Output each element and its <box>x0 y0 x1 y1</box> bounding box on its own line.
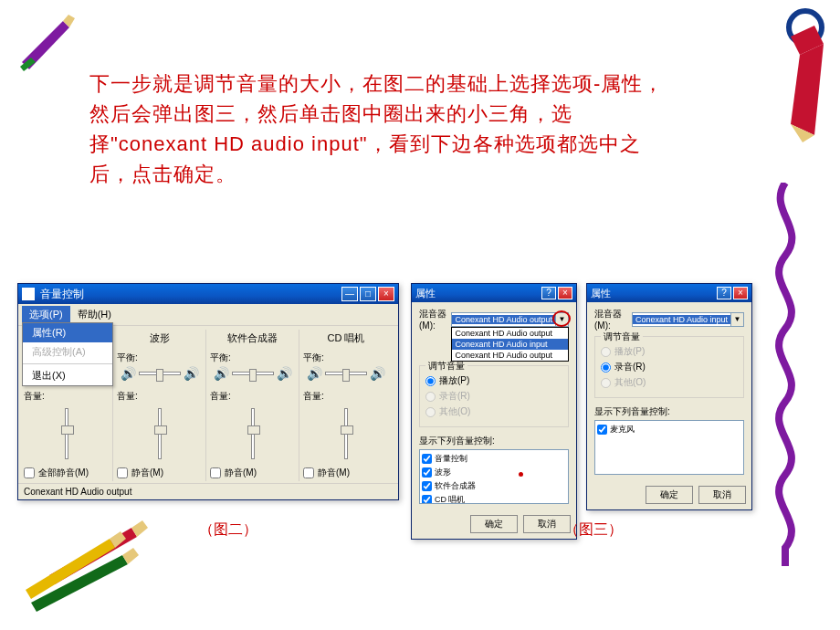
mixer-value: Conexant HD Audio output <box>452 315 555 324</box>
svg-marker-5 <box>791 44 824 135</box>
mixer-select[interactable]: Conexant HD Audio output ▼ Conexant HD A… <box>451 312 569 327</box>
status-bar: Conexant HD Audio output <box>18 483 398 499</box>
volume-slider[interactable] <box>65 408 68 459</box>
menu-options[interactable]: 选项(P) <box>22 306 70 323</box>
balance-label: 平衡: <box>303 352 324 364</box>
mute-all[interactable]: 全部静音(M) <box>24 467 89 479</box>
ok-button[interactable]: 确定 <box>470 515 518 533</box>
balance-label: 平衡: <box>117 352 138 364</box>
volume-label: 音量: <box>210 390 231 403</box>
caption-fig2: （图二） <box>199 520 257 540</box>
volume-slider[interactable] <box>251 408 255 459</box>
speaker-right-icon: 🔊 <box>184 366 199 381</box>
volume-slider[interactable] <box>344 408 348 459</box>
close-button[interactable]: × <box>733 287 748 299</box>
help-button[interactable]: ? <box>541 287 556 299</box>
col-name: 软件合成器 <box>227 331 278 344</box>
adjust-legend: 调节音量 <box>425 360 467 373</box>
col-name: 波形 <box>150 331 170 344</box>
decor-crayon-bl <box>22 511 159 612</box>
radio-other: 其他(O) <box>425 405 562 418</box>
radio-other: 其他(O) <box>601 376 738 389</box>
ok-button[interactable]: 确定 <box>646 486 693 504</box>
list-label: 显示下列音量控制: <box>594 405 744 418</box>
instruction-text: 下一步就是调节音量的大小，在图二的基础上选择选项-属性，然后会弹出图三，然后单击… <box>89 68 674 189</box>
adjust-fieldset: 调节音量 播放(P) 录音(R) 其他(O) <box>594 336 744 398</box>
speaker-left-icon: 🔊 <box>214 366 229 381</box>
titlebar[interactable]: 音量控制 — □ × <box>18 284 398 304</box>
caption-fig3: （图三） <box>564 520 623 540</box>
adjust-fieldset: 调节音量 播放(P) 录音(R) 其他(O) <box>419 365 569 427</box>
dialog-title: 属性 <box>415 287 436 300</box>
balance-slider[interactable]: 🔊🔊 <box>307 366 385 381</box>
dialog-titlebar[interactable]: 属性 ? × <box>412 284 576 302</box>
cancel-button[interactable]: 取消 <box>698 486 746 504</box>
mute-wave[interactable]: 静音(M) <box>117 467 163 479</box>
speaker-left-icon: 🔊 <box>121 366 136 381</box>
menu-help[interactable]: 帮助(H) <box>70 306 119 323</box>
menu-advanced: 高级控制(A) <box>23 342 112 362</box>
decor-squiggle <box>758 183 813 566</box>
app-icon <box>22 288 35 300</box>
maximize-button[interactable]: □ <box>360 287 376 301</box>
mixer-dropdown: Conexant HD Audio output Conexant HD Aud… <box>451 327 569 362</box>
mixer-value: Conexant HD Audio input <box>633 315 730 324</box>
vc-col-wave: 波形 平衡: 🔊🔊 音量: 静音(M) <box>113 330 206 481</box>
volume-list[interactable]: 麦克风 <box>594 420 744 475</box>
dialog-title: 属性 <box>591 287 611 300</box>
close-button[interactable]: × <box>558 287 572 299</box>
speaker-right-icon: 🔊 <box>277 366 292 381</box>
vc-col-synth: 软件合成器 平衡: 🔊🔊 音量: 静音(M) <box>206 330 299 481</box>
chevron-down-icon[interactable]: ▼ <box>730 313 743 326</box>
adjust-legend: 调节音量 <box>601 331 643 343</box>
radio-play: 播放(P) <box>601 345 738 358</box>
volume-label: 音量: <box>117 390 138 403</box>
mixer-label: 混音器(M): <box>594 308 628 331</box>
properties-dialog-2: 属性 ? × 混音器(M): Conexant HD Audio input ▼… <box>586 283 752 510</box>
list-item[interactable]: 软件合成器 <box>422 479 566 493</box>
radio-record[interactable]: 录音(R) <box>601 361 738 373</box>
volume-slider[interactable] <box>158 408 162 459</box>
mixer-opt-input[interactable]: Conexant HD Audio input <box>452 339 568 350</box>
volume-label: 音量: <box>24 390 45 403</box>
volume-label: 音量: <box>303 390 324 403</box>
close-button[interactable]: × <box>378 287 394 301</box>
speaker-right-icon: 🔊 <box>370 366 385 381</box>
col-name: CD 唱机 <box>328 331 365 344</box>
balance-slider[interactable]: 🔊🔊 <box>121 366 199 381</box>
mute-cd[interactable]: 静音(M) <box>303 467 350 479</box>
list-item[interactable]: 波形 <box>422 466 566 479</box>
balance-label: 平衡: <box>210 352 231 364</box>
list-item[interactable]: 音量控制 <box>422 452 566 466</box>
chevron-down-icon[interactable]: ▼ <box>555 313 568 326</box>
menu-exit[interactable]: 退出(X) <box>23 366 112 385</box>
dialog-titlebar[interactable]: 属性 ? × <box>587 284 751 302</box>
radio-record: 录音(R) <box>425 390 562 403</box>
red-dot-marker <box>519 472 523 477</box>
speaker-left-icon: 🔊 <box>307 366 322 381</box>
volume-list[interactable]: 音量控制 波形 软件合成器 CD 唱机 <box>419 449 569 504</box>
radio-play[interactable]: 播放(P) <box>425 374 562 387</box>
mixer-opt-output[interactable]: Conexant HD Audio output <box>452 328 568 339</box>
menu-properties[interactable]: 属性(R) <box>23 323 112 342</box>
mixer-opt-output2[interactable]: Conexant HD Audio output <box>452 350 568 361</box>
mixer-select[interactable]: Conexant HD Audio input ▼ <box>632 312 744 327</box>
list-label: 显示下列音量控制: <box>419 435 569 447</box>
properties-dialog-1: 属性 ? × 混音器(M): Conexant HD Audio output … <box>411 283 577 540</box>
minimize-button[interactable]: — <box>341 287 358 301</box>
options-dropdown: 属性(R) 高级控制(A) 退出(X) <box>22 322 113 386</box>
list-item[interactable]: CD 唱机 <box>422 493 566 504</box>
decor-crayon-tl <box>13 7 86 71</box>
list-item[interactable]: 麦克风 <box>597 423 741 436</box>
mixer-label: 混音器(M): <box>419 308 447 331</box>
vc-col-cd: CD 唱机 平衡: 🔊🔊 音量: 静音(M) <box>299 330 393 481</box>
help-button[interactable]: ? <box>717 287 731 299</box>
window-title: 音量控制 <box>40 287 84 302</box>
volume-control-window: 音量控制 — □ × 选项(P) 帮助(H) 属性(R) 高级控制(A) 退出(… <box>17 283 399 500</box>
decor-crayon-tr <box>760 7 827 144</box>
mute-synth[interactable]: 静音(M) <box>210 467 257 479</box>
balance-slider[interactable]: 🔊🔊 <box>214 366 292 381</box>
